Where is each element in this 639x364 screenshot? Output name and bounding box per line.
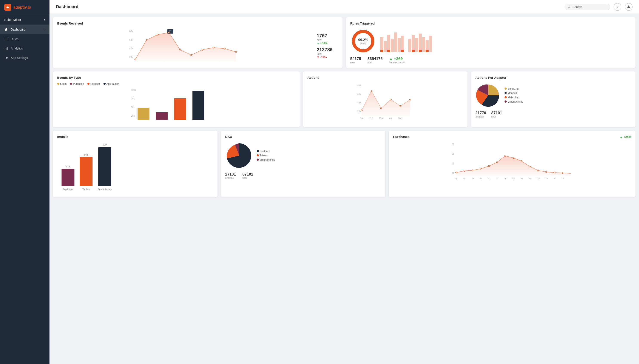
svg-text:Mar: Mar <box>379 117 383 120</box>
purchases-chart: 80 60 40 20 <box>393 141 631 180</box>
events-total-value: 212786 <box>317 47 338 52</box>
events-total-change: ▼ -12% <box>317 56 338 59</box>
svg-point-8 <box>628 6 630 7</box>
dau-total-stat: 87101 total <box>242 172 253 179</box>
svg-point-70 <box>371 90 372 92</box>
actions-per-adaptor-title: Actions Per Adaptor <box>475 76 631 80</box>
dau-legend: Desktops Tablets Smartphones <box>257 150 275 161</box>
header-right: ? <box>564 3 632 11</box>
svg-text:9p: 9p <box>521 177 523 180</box>
adaptor-pie-chart <box>475 82 501 108</box>
svg-text:3p: 3p <box>472 177 474 180</box>
search-input[interactable] <box>572 5 607 8</box>
main-content: Dashboard ? Events Received <box>50 0 639 364</box>
legend-login: Login <box>57 82 66 86</box>
search-box[interactable] <box>564 4 610 10</box>
purchases-change: ▲ +25% <box>620 135 631 138</box>
svg-point-98 <box>562 172 563 174</box>
svg-point-6 <box>568 6 570 8</box>
legend-mandrill: Mandrill <box>504 92 523 95</box>
actions-card: Actions 80k 60k 40k 20k <box>303 72 468 127</box>
sidebar-label-appsettings: App Settings <box>11 56 45 60</box>
help-button[interactable]: ? <box>614 3 621 11</box>
svg-text:50k: 50k <box>131 106 135 108</box>
dau-legend-tablets: Tablets <box>257 154 275 157</box>
user-icon <box>627 5 630 8</box>
svg-text:Jan: Jan <box>360 117 364 120</box>
svg-text:60: 60 <box>452 153 454 155</box>
sidebar-item-rules[interactable]: Rules <box>0 34 50 44</box>
actions-chart: 80k 60k 40k 20k <box>308 82 464 120</box>
rules-change-label: from last month <box>389 61 405 64</box>
svg-text:May: May <box>398 117 402 120</box>
rules-icon <box>4 37 8 41</box>
svg-rect-1 <box>5 39 8 39</box>
svg-point-90 <box>496 162 498 163</box>
svg-rect-39 <box>391 39 394 52</box>
svg-point-73 <box>400 106 401 107</box>
svg-point-93 <box>521 160 522 162</box>
sidebar-label-dashboard: Dashboard <box>11 28 42 31</box>
events-new-value: 1767 <box>317 33 338 38</box>
svg-marker-13 <box>135 32 236 62</box>
svg-text:40k: 40k <box>357 102 361 104</box>
events-by-type-title: Events By Type <box>57 76 296 80</box>
sidebar-item-analytics[interactable]: Analytics <box>0 44 50 53</box>
events-total-label: total <box>317 52 338 56</box>
svg-rect-41 <box>398 38 400 52</box>
svg-text:8p: 8p <box>512 177 515 180</box>
events-new-change: ▲ +58% <box>317 42 338 45</box>
sidebar-label-analytics: Analytics <box>11 47 45 50</box>
svg-point-22 <box>202 49 203 50</box>
svg-text:Feb: Feb <box>370 117 374 120</box>
installs-card: Installs 312 Desktops 668 Tablets 972 <box>53 130 218 197</box>
svg-text:7p: 7p <box>504 177 506 180</box>
svg-marker-68 <box>362 91 410 116</box>
sidebar-nav: Dashboard › Rules Analytics App Settings <box>0 25 50 62</box>
svg-rect-2 <box>5 40 8 40</box>
actions-per-adaptor-card: Actions Per Adaptor SendGrid <box>471 72 636 127</box>
sidebar-item-settings[interactable]: App Settings <box>0 53 50 62</box>
events-total-stat: 212786 total ▼ -12% <box>317 47 338 59</box>
svg-text:25k: 25k <box>131 115 135 117</box>
dashboard-grid: Events Received 80k 60k 40k 20k <box>50 14 639 364</box>
events-type-legend: Login Purchase Register App launch <box>57 82 296 86</box>
svg-rect-45 <box>401 50 404 52</box>
svg-text:4p: 4p <box>480 177 482 180</box>
svg-point-17 <box>146 39 147 41</box>
svg-text:10p: 10p <box>528 177 532 180</box>
sidebar-item-dashboard[interactable]: Dashboard › <box>0 25 50 34</box>
events-new-stat: 1767 new ▲ +58% <box>317 33 338 45</box>
svg-text:60k: 60k <box>129 38 133 41</box>
svg-text:20k: 20k <box>357 110 361 112</box>
rules-total-label: total <box>368 61 382 64</box>
legend-purchase: Purchase <box>70 82 84 86</box>
app-selector[interactable]: Spice Mixer ▾ <box>0 15 50 25</box>
dau-legend-desktops: Desktops <box>257 150 275 153</box>
adaptor-legend: SendGrid Mandrill Mailchimp Urban Airshi… <box>504 87 523 103</box>
svg-rect-46 <box>408 39 411 52</box>
svg-point-21 <box>190 54 192 56</box>
svg-text:1a: 1a <box>553 177 556 180</box>
svg-text:Apr: Apr <box>389 117 392 120</box>
svg-rect-42 <box>401 36 404 52</box>
user-button[interactable] <box>625 3 632 11</box>
events-received-card: Events Received 80k 60k 40k 20k <box>53 17 342 68</box>
svg-point-25 <box>236 51 237 52</box>
adaptor-total-value: 87101 <box>491 111 502 115</box>
svg-text:100k: 100k <box>131 89 136 91</box>
dau-total-label: total <box>242 176 253 179</box>
svg-point-19 <box>168 32 170 33</box>
svg-text:80k: 80k <box>129 30 133 32</box>
adaptor-total-stat: 87101 total <box>491 111 502 118</box>
purchases-title: Purchases <box>393 135 410 138</box>
svg-point-91 <box>505 155 506 156</box>
dau-average-stat: 27101 average <box>225 172 236 179</box>
dau-title: DAU <box>225 135 381 138</box>
svg-text:2p: 2p <box>464 177 466 180</box>
svg-point-16 <box>135 59 136 60</box>
events-new-label: new <box>317 38 338 42</box>
dau-avg-value: 27101 <box>225 172 236 176</box>
events-by-type-card: Events By Type Login Purchase Register A… <box>53 72 300 127</box>
adaptor-total-label: total <box>491 115 502 118</box>
